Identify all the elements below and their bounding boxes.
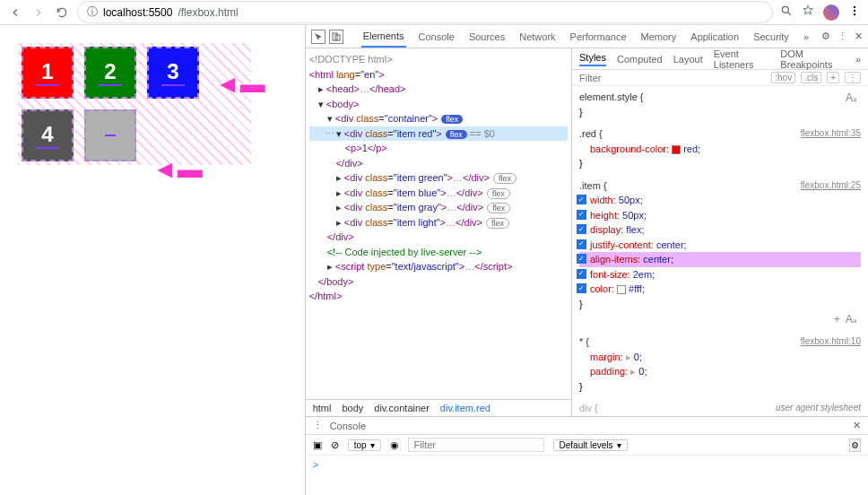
tab-application[interactable]: Application: [689, 25, 741, 48]
page-viewport: 1 2 3 4 ◄▬ ◄▬: [0, 25, 305, 495]
demo-item-red[interactable]: 1: [22, 47, 74, 99]
rule-item[interactable]: flexbox.html:25 .item { ✓width: 50px;✓he…: [579, 178, 861, 328]
demo-item-gray[interactable]: 4: [22, 109, 74, 161]
styles-tab-styles[interactable]: Styles: [579, 52, 606, 66]
settings-icon[interactable]: ⚙: [821, 30, 830, 42]
cls-toggle[interactable]: .cls: [801, 72, 821, 83]
dom-tree[interactable]: <!DOCTYPE html> <html lang="en"> ▸ <head…: [306, 48, 571, 399]
close-devtools-icon[interactable]: ✕: [855, 30, 863, 42]
console-settings-icon[interactable]: ⚙: [849, 439, 861, 452]
rule-red[interactable]: flexbox.html:35 .red { background-color:…: [579, 126, 861, 171]
styles-tab-layout[interactable]: Layout: [673, 54, 703, 65]
tab-performance[interactable]: Performance: [569, 25, 629, 48]
console-drawer: ⋮ Console ✕ ▣ ⊘ top▾ ◉ Default levels▾ ⚙…: [306, 416, 868, 495]
styles-tab-computed[interactable]: Computed: [617, 54, 663, 65]
reload-button[interactable]: [54, 4, 70, 21]
styles-filter-input[interactable]: [579, 73, 771, 83]
demo-item-light[interactable]: [84, 109, 136, 161]
demo-item-blue[interactable]: 3: [147, 47, 199, 99]
console-drawer-toggle[interactable]: ⋮: [313, 420, 323, 431]
device-toolbar-icon[interactable]: [329, 30, 343, 44]
console-filter-input[interactable]: [408, 438, 544, 452]
hov-toggle[interactable]: :hov: [771, 72, 795, 83]
demo-container: 1 2 3 4: [18, 43, 251, 165]
console-clear-icon[interactable]: ⊘: [331, 439, 339, 451]
menu-icon[interactable]: [848, 4, 861, 20]
devtools-main-tabs: Elements Console Sources Network Perform…: [306, 25, 868, 48]
styles-tabs-more[interactable]: »: [855, 54, 861, 65]
rule-element-style[interactable]: element.style { } Aₐ: [579, 90, 861, 119]
svg-point-0: [782, 6, 788, 13]
annotation-arrow-2: ◄▬: [152, 155, 203, 184]
back-button[interactable]: [7, 4, 23, 21]
console-levels-select[interactable]: Default levels▾: [553, 439, 628, 451]
svg-point-4: [854, 13, 855, 15]
console-input[interactable]: >: [306, 456, 868, 495]
dom-breadcrumb[interactable]: html body div.container div.item.red: [306, 399, 571, 416]
url-host: localhost:5500: [103, 6, 172, 19]
styles-panel: Styles Computed Layout Event Listeners D…: [572, 48, 868, 416]
bookmark-icon[interactable]: [802, 4, 814, 20]
dock-icon[interactable]: ⋮: [838, 30, 847, 42]
console-close-icon[interactable]: ✕: [853, 420, 861, 431]
devtools-panel: Elements Console Sources Network Perform…: [305, 25, 868, 495]
svg-point-2: [854, 6, 855, 8]
site-info-icon[interactable]: ⓘ: [87, 4, 98, 20]
rule-div-ua[interactable]: user agent stylesheet div { display: blo…: [579, 401, 861, 416]
tab-elements[interactable]: Elements: [361, 25, 406, 48]
console-live-icon[interactable]: ◉: [390, 439, 399, 451]
tab-network[interactable]: Network: [517, 25, 557, 48]
console-drawer-label: Console: [330, 421, 366, 431]
rule-star[interactable]: flexbox.html:10 * { margin: ▸ 0; padding…: [579, 334, 861, 394]
tab-memory[interactable]: Memory: [639, 25, 679, 48]
styles-more-icon[interactable]: ⋮: [845, 72, 861, 83]
console-context-select[interactable]: top▾: [348, 439, 381, 451]
styles-tab-listeners[interactable]: Event Listeners: [714, 48, 770, 70]
svg-line-1: [788, 13, 791, 15]
browser-toolbar: ⓘ localhost:5500/flexbox.html: [0, 0, 868, 25]
address-bar[interactable]: ⓘ localhost:5500/flexbox.html: [77, 1, 773, 23]
tabs-more[interactable]: »: [802, 25, 811, 48]
demo-item-green[interactable]: 2: [84, 47, 136, 99]
console-sidebar-icon[interactable]: ▣: [313, 439, 322, 451]
inspect-element-icon[interactable]: [311, 30, 326, 44]
annotation-arrow-1: ◄▬: [215, 70, 265, 99]
profile-avatar[interactable]: [823, 4, 839, 21]
tab-security[interactable]: Security: [751, 25, 791, 48]
styles-tab-breakpoints[interactable]: DOM Breakpoints: [780, 48, 845, 70]
url-path: /flexbox.html: [178, 6, 238, 19]
tab-console[interactable]: Console: [417, 25, 456, 48]
tab-sources[interactable]: Sources: [467, 25, 507, 48]
svg-point-3: [854, 10, 855, 12]
forward-button[interactable]: [30, 4, 47, 21]
new-rule-button[interactable]: +: [827, 72, 839, 83]
elements-panel: <!DOCTYPE html> <html lang="en"> ▸ <head…: [306, 48, 572, 416]
zoom-icon[interactable]: [780, 4, 793, 20]
